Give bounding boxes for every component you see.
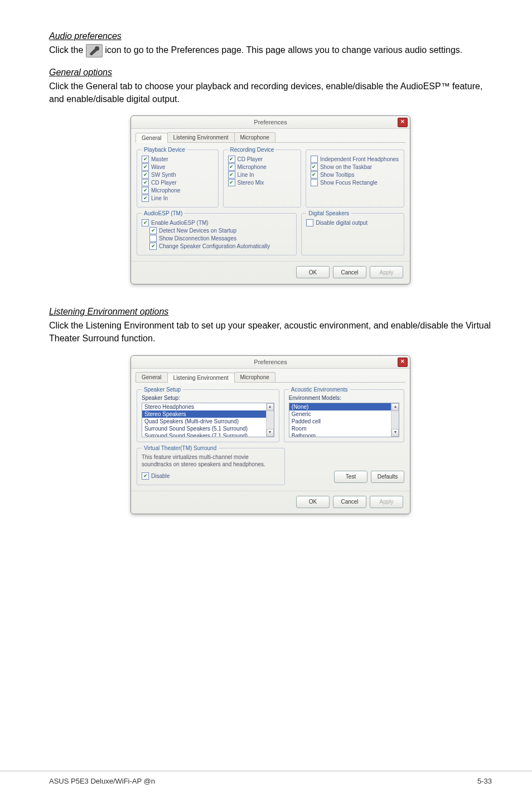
fieldset-acoustic-environments: Acoustic Environments Environment Models… (284, 389, 404, 442)
legend-acoustic: Acoustic Environments (289, 386, 350, 393)
legend-audioesp: AudioESP (TM) (142, 210, 185, 216)
dialog-titlebar: Preferences ✕ (131, 116, 410, 129)
checkbox[interactable]: ✔ (142, 195, 149, 202)
checkbox[interactable]: ✔ (228, 179, 235, 186)
text-fragment: icon to go to the Preferences page. This… (105, 45, 462, 55)
checkbox[interactable] (149, 235, 157, 242)
cancel-button[interactable]: Cancel (333, 266, 366, 278)
checkbox-label: Wave (151, 164, 165, 170)
legend-digital: Digital Speakers (306, 210, 351, 216)
label-speaker-setup: Speaker Setup: (142, 395, 274, 401)
checkbox-label: Microphone (238, 164, 267, 170)
ok-button[interactable]: OK (296, 266, 330, 278)
list-item[interactable]: Surround Sound Speakers (5.1 Surround) (142, 425, 274, 432)
checkbox-disable-virtual-theater[interactable]: ✔ (142, 472, 149, 480)
checkbox[interactable]: ✔ (311, 163, 318, 171)
checkbox-label: Change Speaker Configuration Automatical… (159, 243, 270, 249)
checkbox[interactable]: ✔ (142, 163, 149, 171)
dialog-tabs: General Listening Environment Microphone (136, 132, 405, 143)
test-button[interactable]: Test (334, 471, 367, 483)
tab-listening-environment[interactable]: Listening Environment (167, 132, 235, 142)
checkbox[interactable]: ✔ (142, 179, 149, 186)
defaults-button[interactable]: Defaults (371, 471, 404, 483)
paragraph-audio-pref: Click the icon to go to the Preferences … (49, 44, 492, 57)
checkbox[interactable]: ✔ (149, 227, 157, 234)
checkbox-label: Master (151, 156, 168, 162)
checkbox[interactable]: ✔ (142, 187, 149, 194)
checkbox-label: Show on the Taskbar (320, 164, 372, 170)
apply-button[interactable]: Apply (370, 266, 403, 278)
list-item[interactable]: Bathroom (289, 432, 399, 437)
checkbox-label: Microphone (151, 187, 180, 194)
checkbox[interactable] (311, 179, 318, 186)
checkbox[interactable]: ✔ (142, 219, 149, 226)
dialog-title: Preferences (254, 119, 287, 125)
listbox-environment-models[interactable]: (None)GenericPadded cellRoomBathroom ▴ ▾ (289, 403, 399, 437)
chevron-down-icon[interactable]: ▾ (267, 429, 274, 437)
fieldset-speaker-setup: Speaker Setup Speaker Setup: Stereo Head… (137, 389, 279, 442)
list-item[interactable]: Quad Speakers (Multi-drive Surround) (142, 418, 274, 425)
checkbox-label: Show Focus Rectangle (320, 180, 378, 186)
tab-listening-environment[interactable]: Listening Environment (167, 373, 235, 383)
fieldset-playback-device: Playback Device ✔Master✔Wave✔SW Synth✔CD… (137, 149, 219, 207)
list-item[interactable]: Generic (289, 410, 399, 418)
list-item[interactable]: Room (289, 425, 399, 432)
fieldset-virtual-theater: Virtual Theater(TM) Surround This featur… (137, 448, 285, 485)
apply-button[interactable]: Apply (370, 496, 403, 508)
close-icon[interactable]: ✕ (398, 357, 408, 367)
list-item[interactable]: Surround Sound Speakers (7.1 Surround) (142, 432, 274, 437)
preferences-dialog-listening: Preferences ✕ General Listening Environm… (130, 355, 410, 514)
tab-general[interactable]: General (136, 133, 168, 143)
checkbox-label: CD Player (238, 156, 263, 162)
checkbox[interactable]: ✔ (311, 171, 318, 178)
list-item[interactable]: (None) (289, 403, 399, 410)
close-icon[interactable]: ✕ (398, 118, 408, 127)
chevron-down-icon[interactable]: ▾ (391, 429, 399, 437)
checkbox[interactable]: ✔ (149, 243, 157, 250)
scrollbar[interactable]: ▴ ▾ (391, 403, 399, 437)
list-item[interactable]: Stereo Headphones (142, 403, 274, 410)
checkbox-label: Disable digital output (316, 220, 367, 226)
legend-recording: Recording Device (228, 147, 277, 153)
checkbox[interactable]: ✔ (228, 156, 235, 163)
dialog-title: Preferences (254, 359, 287, 365)
fieldset-misc-options: . Independent Front Headphones✔Show on t… (306, 149, 404, 207)
ok-button[interactable]: OK (296, 496, 330, 508)
paragraph-listening-environment: Click the Listening Environment tab to s… (49, 319, 492, 345)
cancel-button[interactable]: Cancel (333, 496, 366, 508)
list-item[interactable]: Stereo Speakers (142, 410, 274, 418)
checkbox-label: SW Synth (151, 172, 176, 178)
heading-general-options: General options (49, 67, 492, 78)
legend-playback: Playback Device (142, 147, 187, 153)
checkbox-label: Independent Front Headphones (320, 156, 399, 162)
checkbox-label: CD Player (151, 180, 177, 186)
text-fragment: Click the (49, 45, 86, 55)
fieldset-digital-speakers: Digital Speakers Disable digital output (301, 213, 404, 255)
checkbox-label: Stereo Mix (238, 180, 264, 186)
listbox-speaker-setup[interactable]: Stereo HeadphonesStereo SpeakersQuad Spe… (142, 403, 274, 437)
fieldset-audioesp: AudioESP (TM) ✔Enable AudioESP (TM)✔Dete… (137, 213, 297, 255)
chevron-up-icon[interactable]: ▴ (267, 403, 274, 411)
chevron-up-icon[interactable]: ▴ (391, 403, 399, 411)
legend-speaker-setup: Speaker Setup (142, 386, 183, 393)
scrollbar[interactable]: ▴ ▾ (266, 403, 274, 437)
list-item[interactable]: Padded cell (289, 418, 399, 425)
heading-listening-environment: Listening Environment options (49, 307, 492, 317)
checkbox[interactable]: ✔ (228, 171, 235, 178)
checkbox-label: Line In (151, 195, 168, 201)
dialog-titlebar: Preferences ✕ (131, 356, 410, 369)
checkbox[interactable]: ✔ (142, 171, 149, 178)
checkbox-label: Show Disconnection Messages (159, 235, 236, 241)
checkbox-label: Disable (151, 473, 170, 479)
checkbox[interactable] (306, 219, 313, 226)
checkbox-label: Enable AudioESP (TM) (151, 220, 209, 226)
tab-microphone[interactable]: Microphone (234, 372, 275, 382)
checkbox[interactable]: ✔ (142, 156, 149, 163)
checkbox[interactable] (311, 156, 318, 163)
checkbox-label: Line In (238, 172, 254, 178)
checkbox[interactable]: ✔ (228, 163, 235, 171)
checkbox-label: Detect New Devices on Startup (159, 228, 236, 234)
legend-virtual-theater: Virtual Theater(TM) Surround (142, 445, 219, 451)
tab-microphone[interactable]: Microphone (234, 132, 275, 142)
tab-general[interactable]: General (136, 372, 168, 382)
